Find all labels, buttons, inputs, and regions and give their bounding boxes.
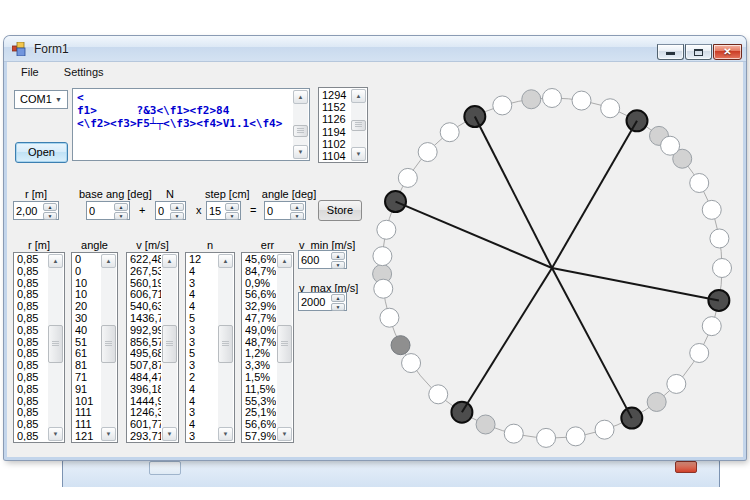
maximize-button[interactable] bbox=[685, 44, 712, 60]
angle-input[interactable] bbox=[267, 203, 288, 218]
list-item[interactable]: 0 bbox=[75, 266, 100, 278]
base-ang-input[interactable] bbox=[89, 203, 112, 218]
list-item[interactable]: 0,85 bbox=[17, 372, 47, 384]
scroll-thumb[interactable] bbox=[48, 325, 63, 363]
r-list-scrollbar[interactable]: ▲ ▼ bbox=[48, 254, 63, 441]
scroll-up-icon[interactable]: ▲ bbox=[48, 254, 63, 268]
open-button[interactable]: Open bbox=[15, 142, 68, 163]
background-window[interactable] bbox=[62, 456, 720, 487]
scroll-up-icon[interactable]: ▲ bbox=[351, 89, 366, 103]
spin-down-icon[interactable]: ▼ bbox=[331, 261, 345, 269]
spin-up-icon[interactable]: ▲ bbox=[170, 203, 184, 211]
serial-value[interactable]: 1104 bbox=[322, 150, 350, 161]
list-item[interactable]: 91 bbox=[75, 384, 100, 396]
list-item[interactable]: 293,71 bbox=[130, 431, 161, 441]
scroll-down-icon[interactable]: ▼ bbox=[351, 147, 366, 161]
list-item[interactable]: 121 bbox=[75, 431, 100, 441]
list-item[interactable]: 47,7% bbox=[245, 313, 276, 325]
minimize-button[interactable] bbox=[657, 44, 684, 60]
serial-values-list[interactable]: 129411521126119411021104 ▲ ▼ bbox=[318, 87, 368, 163]
n-list-scrollbar[interactable]: ▲ ▼ bbox=[218, 254, 233, 441]
serial-value[interactable]: 1294 bbox=[322, 89, 350, 101]
serial-value[interactable]: 1102 bbox=[322, 138, 350, 150]
list-item[interactable]: 4 bbox=[189, 384, 217, 396]
list-item[interactable]: 2 bbox=[189, 372, 217, 384]
scroll-down-icon[interactable]: ▼ bbox=[293, 145, 308, 159]
scroll-thumb[interactable] bbox=[277, 325, 292, 363]
terminal-scrollbar[interactable]: ▲ ▼ bbox=[293, 90, 308, 159]
spin-up-icon[interactable]: ▲ bbox=[225, 203, 239, 211]
n-list[interactable]: 12434453353244343 ▲ ▼ bbox=[185, 252, 235, 443]
list-item[interactable]: 57,9% bbox=[245, 431, 276, 441]
list-item[interactable]: 267,53 bbox=[130, 266, 161, 278]
scroll-down-icon[interactable]: ▼ bbox=[218, 427, 233, 441]
scroll-thumb[interactable] bbox=[351, 120, 366, 131]
angle-list[interactable]: 0010102030405161817191101111111121 ▲ ▼ bbox=[71, 252, 118, 443]
list-item[interactable]: 0,85 bbox=[17, 325, 47, 337]
background-window-tab[interactable] bbox=[149, 461, 181, 475]
list-item[interactable]: 71 bbox=[75, 372, 100, 384]
list-item[interactable]: 49,0% bbox=[245, 325, 276, 337]
list-item[interactable]: 84,7% bbox=[245, 266, 276, 278]
scroll-up-icon[interactable]: ▲ bbox=[293, 90, 308, 104]
vmin-stepper[interactable]: ▲▼ bbox=[298, 250, 347, 269]
spin-down-icon[interactable]: ▼ bbox=[225, 212, 239, 220]
list-item[interactable]: 3 bbox=[189, 431, 217, 441]
scroll-down-icon[interactable]: ▼ bbox=[101, 427, 116, 441]
list-item[interactable]: 484,47 bbox=[130, 372, 161, 384]
step-stepper[interactable]: ▲▼ bbox=[206, 201, 241, 220]
list-item[interactable]: 40 bbox=[75, 325, 100, 337]
list-item[interactable]: 396,18 bbox=[130, 384, 161, 396]
titlebar[interactable]: Form1 ✕ bbox=[4, 36, 746, 62]
list-item[interactable]: 1436,7 bbox=[130, 313, 161, 325]
vmin-input[interactable] bbox=[301, 252, 329, 267]
serial-scrollbar[interactable]: ▲ ▼ bbox=[351, 89, 366, 161]
serial-value[interactable]: 1126 bbox=[322, 113, 350, 125]
spin-up-icon[interactable]: ▲ bbox=[331, 294, 345, 302]
vmax-input[interactable] bbox=[301, 294, 329, 309]
scroll-up-icon[interactable]: ▲ bbox=[218, 254, 233, 268]
list-item[interactable]: 1,5% bbox=[245, 372, 276, 384]
list-item[interactable]: 4 bbox=[189, 266, 217, 278]
list-item[interactable]: 0,85 bbox=[17, 266, 47, 278]
v-list[interactable]: 622,48267,53560,19606,71540,631436,7992,… bbox=[126, 252, 179, 443]
spin-down-icon[interactable]: ▼ bbox=[170, 212, 184, 220]
list-item[interactable]: 5 bbox=[189, 313, 217, 325]
close-button[interactable]: ✕ bbox=[713, 44, 742, 60]
scroll-thumb[interactable] bbox=[101, 325, 116, 363]
angle-list-scrollbar[interactable]: ▲ ▼ bbox=[101, 254, 116, 441]
menu-settings[interactable]: Settings bbox=[56, 62, 112, 81]
scroll-down-icon[interactable]: ▼ bbox=[277, 427, 292, 441]
n-input[interactable] bbox=[158, 203, 168, 218]
r-list[interactable]: 0,850,850,850,850,850,850,850,850,850,85… bbox=[13, 252, 65, 443]
scroll-thumb[interactable] bbox=[218, 325, 233, 363]
list-item[interactable]: 0,85 bbox=[17, 384, 47, 396]
base-ang-stepper[interactable]: ▲▼ bbox=[86, 201, 130, 220]
angle-stepper[interactable]: ▲▼ bbox=[264, 201, 306, 220]
com-port-select[interactable]: COM1 ▼ bbox=[14, 90, 68, 109]
r-input[interactable] bbox=[16, 203, 41, 218]
spin-down-icon[interactable]: ▼ bbox=[43, 212, 57, 220]
list-item[interactable]: 11,5% bbox=[245, 384, 276, 396]
scroll-thumb[interactable] bbox=[162, 325, 177, 363]
scroll-thumb[interactable] bbox=[293, 125, 308, 136]
background-window-close-button[interactable] bbox=[675, 461, 697, 473]
serial-value[interactable]: 1194 bbox=[322, 126, 350, 138]
n-stepper[interactable]: ▲▼ bbox=[155, 201, 186, 220]
err-list-scrollbar[interactable]: ▲ ▼ bbox=[277, 254, 292, 441]
scroll-down-icon[interactable]: ▼ bbox=[48, 427, 63, 441]
spin-up-icon[interactable]: ▲ bbox=[290, 203, 304, 211]
r-stepper[interactable]: ▲▼ bbox=[13, 201, 59, 220]
list-item[interactable]: 0,85 bbox=[17, 431, 47, 441]
list-item[interactable]: 0,85 bbox=[17, 313, 47, 325]
spin-down-icon[interactable]: ▼ bbox=[331, 303, 345, 311]
list-item[interactable]: 992,99 bbox=[130, 325, 161, 337]
spin-down-icon[interactable]: ▼ bbox=[114, 212, 128, 220]
menu-file[interactable]: File bbox=[13, 62, 47, 81]
v-list-scrollbar[interactable]: ▲ ▼ bbox=[162, 254, 177, 441]
scroll-up-icon[interactable]: ▲ bbox=[101, 254, 116, 268]
list-item[interactable]: 30 bbox=[75, 313, 100, 325]
spin-up-icon[interactable]: ▲ bbox=[331, 252, 345, 260]
vmax-stepper[interactable]: ▲▼ bbox=[298, 292, 347, 311]
serial-value[interactable]: 1152 bbox=[322, 101, 350, 113]
